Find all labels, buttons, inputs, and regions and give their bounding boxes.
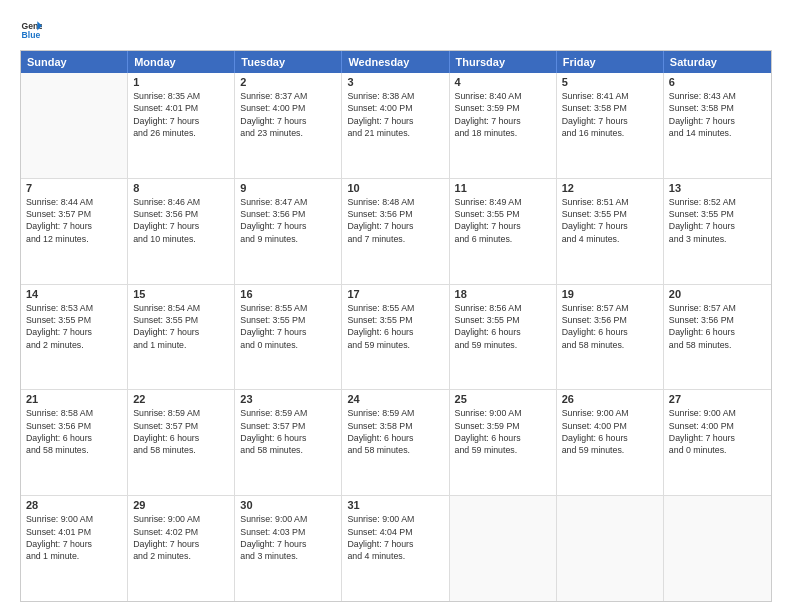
cal-cell bbox=[557, 496, 664, 601]
day-number: 20 bbox=[669, 288, 766, 300]
day-number: 22 bbox=[133, 393, 229, 405]
day-number: 29 bbox=[133, 499, 229, 511]
day-info: Sunrise: 8:55 AM Sunset: 3:55 PM Dayligh… bbox=[347, 302, 443, 351]
cal-cell: 1Sunrise: 8:35 AM Sunset: 4:01 PM Daylig… bbox=[128, 73, 235, 178]
day-info: Sunrise: 9:00 AM Sunset: 4:00 PM Dayligh… bbox=[562, 407, 658, 456]
day-number: 27 bbox=[669, 393, 766, 405]
cal-cell: 26Sunrise: 9:00 AM Sunset: 4:00 PM Dayli… bbox=[557, 390, 664, 495]
day-number: 23 bbox=[240, 393, 336, 405]
day-info: Sunrise: 9:00 AM Sunset: 4:03 PM Dayligh… bbox=[240, 513, 336, 562]
day-number: 21 bbox=[26, 393, 122, 405]
day-info: Sunrise: 8:41 AM Sunset: 3:58 PM Dayligh… bbox=[562, 90, 658, 139]
day-info: Sunrise: 8:59 AM Sunset: 3:58 PM Dayligh… bbox=[347, 407, 443, 456]
cal-cell: 24Sunrise: 8:59 AM Sunset: 3:58 PM Dayli… bbox=[342, 390, 449, 495]
calendar: SundayMondayTuesdayWednesdayThursdayFrid… bbox=[20, 50, 772, 602]
day-info: Sunrise: 8:47 AM Sunset: 3:56 PM Dayligh… bbox=[240, 196, 336, 245]
header-day-tuesday: Tuesday bbox=[235, 51, 342, 73]
cal-cell: 29Sunrise: 9:00 AM Sunset: 4:02 PM Dayli… bbox=[128, 496, 235, 601]
header-day-monday: Monday bbox=[128, 51, 235, 73]
day-number: 17 bbox=[347, 288, 443, 300]
day-number: 6 bbox=[669, 76, 766, 88]
cal-cell: 18Sunrise: 8:56 AM Sunset: 3:55 PM Dayli… bbox=[450, 285, 557, 390]
header-day-saturday: Saturday bbox=[664, 51, 771, 73]
day-info: Sunrise: 8:53 AM Sunset: 3:55 PM Dayligh… bbox=[26, 302, 122, 351]
header-day-friday: Friday bbox=[557, 51, 664, 73]
week-row-4: 21Sunrise: 8:58 AM Sunset: 3:56 PM Dayli… bbox=[21, 389, 771, 495]
day-number: 15 bbox=[133, 288, 229, 300]
cal-cell: 30Sunrise: 9:00 AM Sunset: 4:03 PM Dayli… bbox=[235, 496, 342, 601]
calendar-body: 1Sunrise: 8:35 AM Sunset: 4:01 PM Daylig… bbox=[21, 73, 771, 601]
cal-cell: 5Sunrise: 8:41 AM Sunset: 3:58 PM Daylig… bbox=[557, 73, 664, 178]
cal-cell: 4Sunrise: 8:40 AM Sunset: 3:59 PM Daylig… bbox=[450, 73, 557, 178]
page: General Blue SundayMondayTuesdayWednesda… bbox=[0, 0, 792, 612]
day-info: Sunrise: 8:54 AM Sunset: 3:55 PM Dayligh… bbox=[133, 302, 229, 351]
cal-cell: 19Sunrise: 8:57 AM Sunset: 3:56 PM Dayli… bbox=[557, 285, 664, 390]
day-number: 13 bbox=[669, 182, 766, 194]
cal-cell: 11Sunrise: 8:49 AM Sunset: 3:55 PM Dayli… bbox=[450, 179, 557, 284]
day-number: 10 bbox=[347, 182, 443, 194]
cal-cell: 15Sunrise: 8:54 AM Sunset: 3:55 PM Dayli… bbox=[128, 285, 235, 390]
header-day-sunday: Sunday bbox=[21, 51, 128, 73]
day-info: Sunrise: 8:38 AM Sunset: 4:00 PM Dayligh… bbox=[347, 90, 443, 139]
day-info: Sunrise: 8:57 AM Sunset: 3:56 PM Dayligh… bbox=[669, 302, 766, 351]
cal-cell: 28Sunrise: 9:00 AM Sunset: 4:01 PM Dayli… bbox=[21, 496, 128, 601]
cal-cell: 25Sunrise: 9:00 AM Sunset: 3:59 PM Dayli… bbox=[450, 390, 557, 495]
day-info: Sunrise: 9:00 AM Sunset: 4:01 PM Dayligh… bbox=[26, 513, 122, 562]
day-number: 12 bbox=[562, 182, 658, 194]
week-row-1: 1Sunrise: 8:35 AM Sunset: 4:01 PM Daylig… bbox=[21, 73, 771, 178]
cal-cell: 22Sunrise: 8:59 AM Sunset: 3:57 PM Dayli… bbox=[128, 390, 235, 495]
day-number: 14 bbox=[26, 288, 122, 300]
day-number: 4 bbox=[455, 76, 551, 88]
day-number: 19 bbox=[562, 288, 658, 300]
week-row-2: 7Sunrise: 8:44 AM Sunset: 3:57 PM Daylig… bbox=[21, 178, 771, 284]
day-info: Sunrise: 8:57 AM Sunset: 3:56 PM Dayligh… bbox=[562, 302, 658, 351]
cal-cell: 10Sunrise: 8:48 AM Sunset: 3:56 PM Dayli… bbox=[342, 179, 449, 284]
cal-cell: 16Sunrise: 8:55 AM Sunset: 3:55 PM Dayli… bbox=[235, 285, 342, 390]
day-info: Sunrise: 8:51 AM Sunset: 3:55 PM Dayligh… bbox=[562, 196, 658, 245]
day-info: Sunrise: 8:59 AM Sunset: 3:57 PM Dayligh… bbox=[240, 407, 336, 456]
day-number: 18 bbox=[455, 288, 551, 300]
day-number: 3 bbox=[347, 76, 443, 88]
day-number: 25 bbox=[455, 393, 551, 405]
day-number: 31 bbox=[347, 499, 443, 511]
day-info: Sunrise: 8:44 AM Sunset: 3:57 PM Dayligh… bbox=[26, 196, 122, 245]
header: General Blue bbox=[20, 18, 772, 40]
day-number: 28 bbox=[26, 499, 122, 511]
svg-text:Blue: Blue bbox=[22, 30, 41, 40]
day-info: Sunrise: 8:58 AM Sunset: 3:56 PM Dayligh… bbox=[26, 407, 122, 456]
day-number: 26 bbox=[562, 393, 658, 405]
day-info: Sunrise: 8:35 AM Sunset: 4:01 PM Dayligh… bbox=[133, 90, 229, 139]
day-number: 30 bbox=[240, 499, 336, 511]
week-row-3: 14Sunrise: 8:53 AM Sunset: 3:55 PM Dayli… bbox=[21, 284, 771, 390]
header-day-thursday: Thursday bbox=[450, 51, 557, 73]
day-info: Sunrise: 9:00 AM Sunset: 4:00 PM Dayligh… bbox=[669, 407, 766, 456]
cal-cell bbox=[21, 73, 128, 178]
cal-cell: 9Sunrise: 8:47 AM Sunset: 3:56 PM Daylig… bbox=[235, 179, 342, 284]
cal-cell: 31Sunrise: 9:00 AM Sunset: 4:04 PM Dayli… bbox=[342, 496, 449, 601]
day-info: Sunrise: 8:37 AM Sunset: 4:00 PM Dayligh… bbox=[240, 90, 336, 139]
cal-cell: 12Sunrise: 8:51 AM Sunset: 3:55 PM Dayli… bbox=[557, 179, 664, 284]
day-number: 9 bbox=[240, 182, 336, 194]
day-info: Sunrise: 9:00 AM Sunset: 4:04 PM Dayligh… bbox=[347, 513, 443, 562]
day-info: Sunrise: 8:56 AM Sunset: 3:55 PM Dayligh… bbox=[455, 302, 551, 351]
header-day-wednesday: Wednesday bbox=[342, 51, 449, 73]
day-info: Sunrise: 8:52 AM Sunset: 3:55 PM Dayligh… bbox=[669, 196, 766, 245]
day-number: 7 bbox=[26, 182, 122, 194]
calendar-header: SundayMondayTuesdayWednesdayThursdayFrid… bbox=[21, 51, 771, 73]
day-number: 8 bbox=[133, 182, 229, 194]
cal-cell: 20Sunrise: 8:57 AM Sunset: 3:56 PM Dayli… bbox=[664, 285, 771, 390]
cal-cell: 27Sunrise: 9:00 AM Sunset: 4:00 PM Dayli… bbox=[664, 390, 771, 495]
cal-cell: 8Sunrise: 8:46 AM Sunset: 3:56 PM Daylig… bbox=[128, 179, 235, 284]
cal-cell: 6Sunrise: 8:43 AM Sunset: 3:58 PM Daylig… bbox=[664, 73, 771, 178]
day-info: Sunrise: 8:43 AM Sunset: 3:58 PM Dayligh… bbox=[669, 90, 766, 139]
day-number: 2 bbox=[240, 76, 336, 88]
day-info: Sunrise: 8:49 AM Sunset: 3:55 PM Dayligh… bbox=[455, 196, 551, 245]
day-number: 24 bbox=[347, 393, 443, 405]
day-number: 5 bbox=[562, 76, 658, 88]
day-info: Sunrise: 8:59 AM Sunset: 3:57 PM Dayligh… bbox=[133, 407, 229, 456]
cal-cell: 23Sunrise: 8:59 AM Sunset: 3:57 PM Dayli… bbox=[235, 390, 342, 495]
day-info: Sunrise: 9:00 AM Sunset: 3:59 PM Dayligh… bbox=[455, 407, 551, 456]
cal-cell: 21Sunrise: 8:58 AM Sunset: 3:56 PM Dayli… bbox=[21, 390, 128, 495]
day-number: 16 bbox=[240, 288, 336, 300]
day-info: Sunrise: 8:48 AM Sunset: 3:56 PM Dayligh… bbox=[347, 196, 443, 245]
